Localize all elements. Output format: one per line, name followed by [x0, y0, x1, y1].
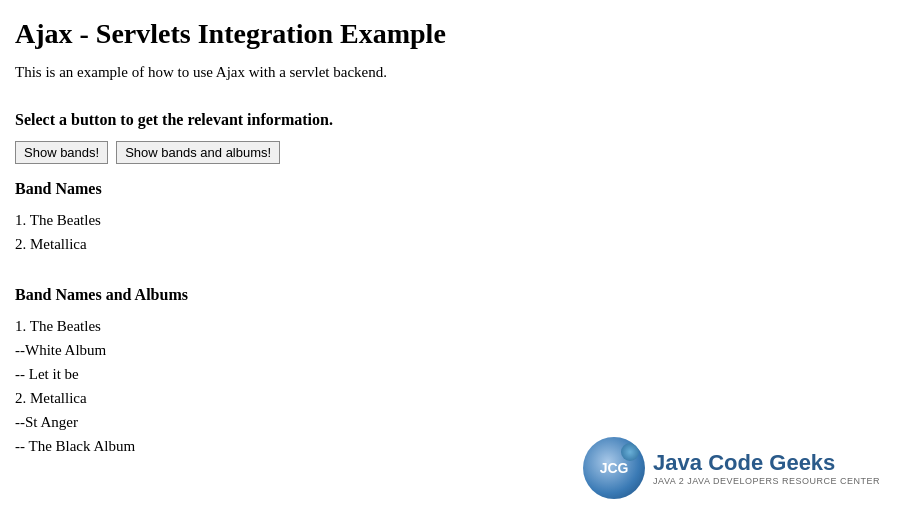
list-item: 2. Metallica [15, 232, 885, 256]
logo-text-part2: Geeks [769, 450, 835, 475]
list-item: 1. The Beatles [15, 208, 885, 232]
jcg-logo-circle: JCG [583, 437, 645, 488]
button-row: Show bands! Show bands and albums! [15, 141, 885, 164]
list-item: 1. The Beatles [15, 314, 885, 338]
band-albums-title: Band Names and Albums [15, 286, 885, 304]
list-item: --White Album [15, 338, 885, 362]
show-bands-button[interactable]: Show bands! [15, 141, 108, 164]
logo-area: JCG Java Code Geeks Java 2 Java Develope… [583, 437, 880, 488]
band-names-section: Band Names 1. The Beatles 2. Metallica [15, 180, 885, 256]
logo-text-part1: Java Code [653, 450, 763, 475]
logo-main-text: Java Code Geeks [653, 450, 880, 476]
list-item: -- Let it be [15, 362, 885, 386]
band-albums-section: Band Names and Albums 1. The Beatles --W… [15, 286, 885, 458]
band-names-title: Band Names [15, 180, 885, 198]
band-names-list: 1. The Beatles 2. Metallica [15, 208, 885, 256]
instruction-text: Select a button to get the relevant info… [15, 111, 885, 129]
show-bands-albums-button[interactable]: Show bands and albums! [116, 141, 280, 164]
page-title: Ajax - Servlets Integration Example [15, 18, 885, 50]
description-text: This is an example of how to use Ajax wi… [15, 64, 885, 81]
logo-sub-text: Java 2 Java Developers Resource Center [653, 476, 880, 486]
list-item: 2. Metallica [15, 386, 885, 410]
logo-text-area: Java Code Geeks Java 2 Java Developers R… [653, 450, 880, 486]
list-item: --St Anger [15, 410, 885, 434]
jcg-circle-text: JCG [600, 460, 629, 476]
